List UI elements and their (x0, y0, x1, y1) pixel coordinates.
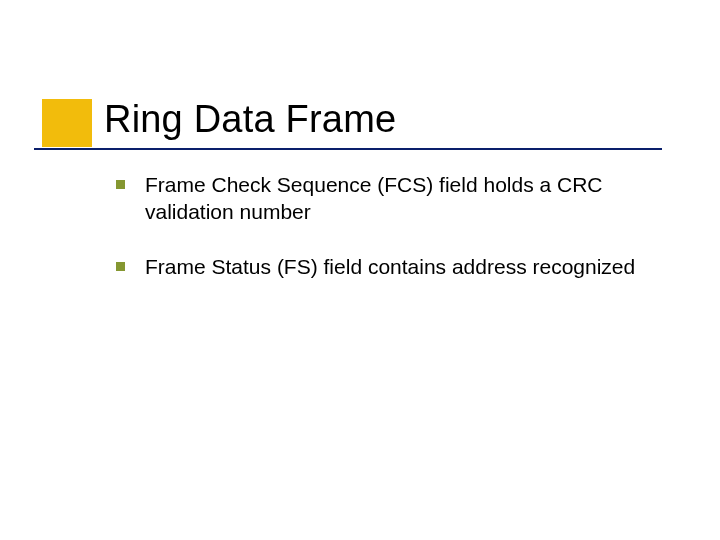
slide-body: Frame Check Sequence (FCS) field holds a… (116, 172, 672, 309)
list-item: Frame Status (FS) field contains address… (116, 254, 672, 281)
square-bullet-icon (116, 262, 125, 271)
list-item-text: Frame Check Sequence (FCS) field holds a… (145, 172, 672, 226)
list-item: Frame Check Sequence (FCS) field holds a… (116, 172, 672, 226)
slide-title: Ring Data Frame (104, 98, 396, 141)
title-underline (34, 148, 662, 150)
slide: Ring Data Frame Frame Check Sequence (FC… (0, 0, 720, 540)
square-bullet-icon (116, 180, 125, 189)
list-item-text: Frame Status (FS) field contains address… (145, 254, 672, 281)
title-accent-block (42, 99, 92, 147)
